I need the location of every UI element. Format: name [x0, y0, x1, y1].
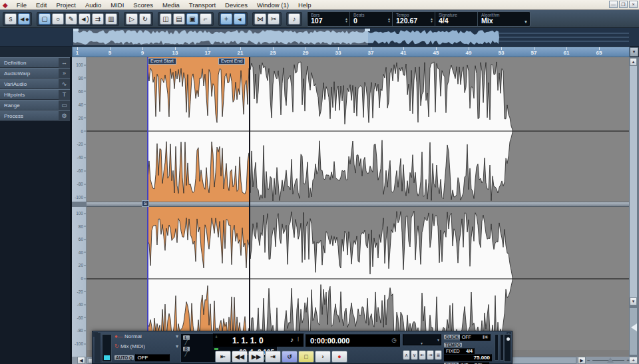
prev-element-button[interactable]: ◂ [234, 13, 246, 25]
field-tempo[interactable]: Tempo120.67▲▼ [393, 12, 435, 26]
tempo-toggle[interactable]: TEMPOFIXED4/4 [444, 342, 492, 354]
play-tool[interactable]: ◄) [79, 13, 91, 25]
vertical-scrollbar[interactable]: ▲ ▼ [629, 57, 638, 306]
sidebar-item-hitpoints[interactable]: HitpointsT [0, 89, 70, 100]
minimize-button[interactable]: — [609, 1, 618, 8]
show-regions-button[interactable]: ▤ [173, 13, 185, 25]
stop-button[interactable]: □ [298, 351, 314, 363]
cycle-button[interactable]: ↺ [282, 351, 298, 363]
show-gridlines-button[interactable]: ⌐ [200, 13, 212, 25]
scroll-down-button[interactable]: ▼ [630, 297, 637, 305]
menu-file[interactable]: File [12, 1, 31, 9]
tempo-value[interactable]: 75.000 [444, 354, 492, 361]
spinner[interactable]: ▲▼ [345, 17, 348, 23]
note-format-icon[interactable]: ♪ [290, 336, 294, 343]
position-plus-icon[interactable]: + [215, 335, 218, 339]
close-button[interactable]: × [629, 1, 638, 8]
menu-window-1-[interactable]: Window (1) [252, 1, 294, 9]
nudge-up-button[interactable]: ∧ [403, 350, 410, 360]
quantize-note-button[interactable]: ♪ [288, 13, 300, 25]
menu-help[interactable]: Help [294, 1, 316, 9]
right-locator-button[interactable]: R [183, 347, 190, 351]
vertical-zoom-slider[interactable] [629, 307, 638, 355]
crossfade-button[interactable]: ✂ [268, 13, 280, 25]
spinner[interactable]: ▲▼ [430, 17, 433, 23]
arranger-button[interactable]: ≣ [435, 350, 442, 360]
sidebar-item-definition[interactable]: Definition↔ [0, 57, 70, 68]
snap-point-flag[interactable]: S [142, 200, 149, 207]
menu-audio[interactable]: Audio [81, 1, 106, 9]
next-marker-button[interactable]: ⇥ [427, 350, 434, 360]
zoom-out-icon[interactable]: − [587, 357, 590, 363]
ruler-options-dropdown[interactable]: ▼ [630, 47, 638, 57]
snap-button[interactable]: + [220, 13, 232, 25]
record-button[interactable]: ● [331, 351, 347, 363]
auto-quantize-toggle[interactable]: AUTO Q OFF [114, 354, 170, 361]
forward-button[interactable]: ▶▶ [248, 351, 264, 363]
click-toggle[interactable]: CLICKOFF ‖✳ [444, 334, 492, 341]
sidebar-item-range[interactable]: Range▭ [0, 100, 70, 110]
field-bars[interactable]: Bars107▲▼ [308, 12, 350, 26]
solo-editor-button[interactable]: s [5, 13, 17, 25]
chevron-down-icon[interactable]: ▼ [524, 20, 528, 24]
horizontal-zoom-slider[interactable]: −+ [587, 357, 630, 364]
zoom-in-icon[interactable]: + [626, 357, 630, 363]
menu-transport[interactable]: Transport [184, 1, 220, 9]
transport-fader[interactable] [102, 334, 112, 362]
audition-play-button[interactable]: ▷ [126, 13, 138, 25]
transport-drag-handle[interactable] [95, 333, 101, 363]
spinner[interactable]: ▲▼ [387, 17, 391, 23]
record-mode-select[interactable]: ●— Normal ▾ [114, 333, 178, 342]
menu-devices[interactable]: Devices [220, 1, 252, 9]
sidebar-item-process[interactable]: Process⚙ [0, 110, 70, 121]
menu-midi[interactable]: MIDI [106, 1, 128, 9]
menu-edit[interactable]: Edit [31, 1, 51, 9]
event-end-flag[interactable]: Event End [218, 58, 245, 65]
vertical-zoom-thumb[interactable] [631, 323, 637, 331]
goto-start-button[interactable]: ⇤ [215, 351, 231, 363]
field-beats[interactable]: Beats0▲▼ [350, 12, 393, 26]
left-locator-button[interactable]: L [183, 335, 190, 340]
cycle-record-mode-select[interactable]: ↻ Mix (MIDI) ▾ [114, 343, 178, 352]
zoom-tool[interactable]: ○ [52, 13, 64, 25]
scroll-left-button[interactable]: ◀ [77, 357, 85, 364]
scroll-right-button[interactable]: ▶ [578, 357, 586, 364]
time-display-value[interactable]: 0:00:00.000 [310, 337, 349, 345]
audition-speaker-button[interactable]: ◄⦁ [18, 13, 30, 25]
rewind-button[interactable]: ◀◀ [232, 351, 248, 363]
main-position-value[interactable]: 1. 1. 1. 0 [232, 336, 264, 345]
draw-tool[interactable]: ✎ [65, 13, 77, 25]
marker-select[interactable]: ▾ ▾ [403, 334, 441, 345]
play-button[interactable]: › [315, 351, 331, 363]
waveform-lane-left-channel[interactable] [87, 57, 629, 202]
menu-scores[interactable]: Scores [128, 1, 158, 9]
channel-divider[interactable] [87, 202, 629, 207]
sidebar-item-variaudio[interactable]: VariAudio∿ [0, 79, 70, 89]
meter-thumb[interactable] [507, 337, 510, 341]
prev-marker-button[interactable]: ⇤ [419, 350, 426, 360]
waveform-overview-strip[interactable] [0, 28, 639, 47]
overview-view-start-handle[interactable] [73, 29, 79, 31]
audition-loop-button[interactable]: ↻ [139, 13, 151, 25]
event-start-line[interactable] [147, 57, 148, 357]
goto-end-button[interactable]: ⇥ [265, 351, 281, 363]
project-cursor-line[interactable] [249, 57, 250, 357]
bar-ruler[interactable]: 1591317212529333741454953576165 [72, 47, 630, 57]
event-start-flag[interactable]: Event Start [148, 58, 176, 65]
snap-zero-crossing-button[interactable]: ⋈ [254, 13, 266, 25]
overview-view-end-handle[interactable] [365, 29, 370, 31]
range-selection-tool[interactable]: ▢ [39, 13, 51, 25]
vertical-zoom-in-button[interactable]: + [629, 357, 638, 364]
horizontal-zoom-thumb[interactable] [607, 357, 614, 363]
restore-button[interactable]: ❐ [619, 1, 628, 8]
field-signature[interactable]: Signature4/4 [435, 12, 478, 26]
menu-media[interactable]: Media [158, 1, 184, 9]
scroll-up-button[interactable]: ▲ [630, 58, 637, 66]
time-warp-tool[interactable]: ⇉ [92, 13, 104, 25]
sidebar-item-audiowarp[interactable]: AudioWarp» [0, 68, 70, 79]
field-algorithm[interactable]: AlgorithmMix▼ [478, 12, 530, 26]
menu-project[interactable]: Project [51, 1, 81, 9]
nudge-down-button[interactable]: ∨ [411, 350, 418, 360]
scrub-tool[interactable]: ▥ [105, 13, 117, 25]
show-info-button[interactable]: ◫ [160, 13, 172, 25]
